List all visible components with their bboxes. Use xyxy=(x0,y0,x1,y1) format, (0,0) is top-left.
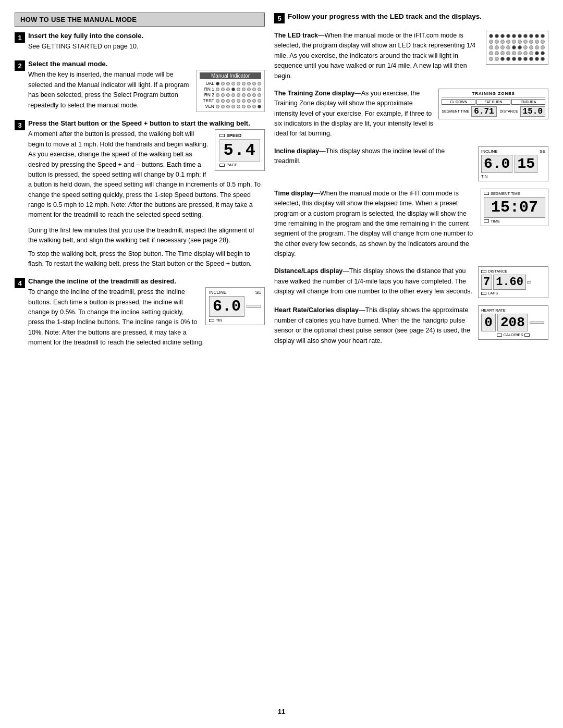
led-dot xyxy=(242,93,246,97)
dlb-digit-mid: 1.60 xyxy=(493,275,526,290)
page: HOW TO USE THE MANUAL MODE 1 Insert the … xyxy=(0,0,563,728)
tz-bottom-row: SEGMENT TIME 6.71 DISTANCE 15.0 xyxy=(442,106,545,117)
heart-rate-text: Heart Rate/Calories display—This display… xyxy=(274,305,473,346)
led-dot xyxy=(523,40,528,44)
stb-bottom-label: TIME xyxy=(484,219,545,224)
led-dot xyxy=(231,93,235,97)
incline-float-box: INCLINE SE 6.0 TIN xyxy=(205,287,265,325)
led-dot xyxy=(529,57,533,61)
step-1-body: See GETTING STARTED on page 10. xyxy=(28,42,265,52)
hrcb-digits-row: 0 208 xyxy=(481,314,545,331)
led-dot xyxy=(500,57,505,61)
training-zone-section: The Training Zone display—As you exercis… xyxy=(274,89,548,139)
led-dot xyxy=(237,105,240,108)
incline-seg-box: INCLINE SE 6.0 15 TIN xyxy=(478,146,548,181)
led-dot xyxy=(506,40,510,44)
tz-seg-label: SEGMENT TIME xyxy=(442,109,469,113)
led-dot xyxy=(258,82,261,85)
led-dot xyxy=(529,40,533,44)
led-dot xyxy=(489,45,493,50)
hrcb-top: HEART RATE xyxy=(481,308,545,313)
incline-digit-display: 6.0 xyxy=(209,296,244,317)
led-dot xyxy=(216,82,219,85)
led-dot xyxy=(506,51,510,55)
dlb-digits-row: 7 1.60 xyxy=(481,275,545,290)
led-dot xyxy=(512,57,516,61)
pace-label-text: PACE xyxy=(226,163,237,167)
led-dot xyxy=(506,45,510,50)
speed-display-box: SPEED 5.4 PACE xyxy=(215,129,265,171)
led-dot xyxy=(518,57,522,61)
led-dot xyxy=(489,40,493,44)
left-column: HOW TO USE THE MANUAL MODE 1 Insert the … xyxy=(15,13,265,701)
led-dot xyxy=(247,88,251,91)
led-dot xyxy=(226,105,230,108)
manual-indicator-box: Manual Indicator UAL xyxy=(196,70,265,112)
hrcb-digit-mid: 208 xyxy=(497,314,528,331)
led-dot xyxy=(500,51,505,55)
step-3-body2: During the first few minutes that you us… xyxy=(28,226,265,246)
time-display-title: Time display xyxy=(274,190,314,197)
step-4-content: Change the incline of the treadmill as d… xyxy=(28,277,265,351)
step-1-content: Insert the key fully into the console. S… xyxy=(28,32,265,55)
led-dot xyxy=(221,99,225,103)
led-dot xyxy=(529,45,533,50)
led-dot xyxy=(506,34,510,38)
step-4-number: 4 xyxy=(15,278,25,288)
led-dot xyxy=(541,51,545,55)
led-dot xyxy=(541,57,545,61)
led-track-text: The LED track—When the manual mode or th… xyxy=(274,31,481,81)
led-dot xyxy=(258,88,261,91)
time-display-text: Time display—When the manual mode or the… xyxy=(274,189,475,260)
led-dot xyxy=(541,40,545,44)
led-row-rn1: RN 1 xyxy=(200,87,261,92)
stb-bottom-icon xyxy=(484,219,489,223)
step-2-body-area: Manual Indicator UAL xyxy=(28,70,265,114)
seg-time-box: SEGMENT TIME 15:07 TIME xyxy=(481,189,548,226)
hrcb-bottom-icon2 xyxy=(524,334,530,337)
distance-laps-img: DISTANCE 7 1.60 LAPS xyxy=(478,266,548,298)
led-dot xyxy=(216,99,219,103)
led-dot xyxy=(518,34,522,38)
incline-display-text: Incline display—This display shows the i… xyxy=(274,146,473,167)
training-zone-display: TRAINING ZONES CL·DOWN FAT·BURN ENDURA S… xyxy=(438,89,548,119)
led-label-rn2: RN 2 xyxy=(200,92,214,97)
led-dot xyxy=(247,105,251,108)
dlb-bottom-icon xyxy=(481,292,486,295)
led-label-ven: VEN xyxy=(200,104,214,109)
led-dot xyxy=(221,82,225,85)
distance-laps-text: Distance/Laps display—This display shows… xyxy=(274,266,473,297)
stb-top-label: SEGMENT TIME xyxy=(484,191,545,196)
tz-zone-cooldown: CL·DOWN xyxy=(442,99,475,105)
led-dot xyxy=(252,88,256,91)
led-dot xyxy=(495,45,499,50)
led-dot xyxy=(535,34,539,38)
tz-header: TRAINING ZONES xyxy=(442,91,545,97)
led-dot xyxy=(541,34,545,38)
led-dot xyxy=(535,57,539,61)
led-dot xyxy=(535,45,539,50)
led-dot xyxy=(489,51,493,55)
led-dot xyxy=(252,105,256,108)
step-3-content: Press the Start button or the Speed + bu… xyxy=(28,119,265,272)
led-dot xyxy=(512,45,516,50)
led-dot xyxy=(252,82,256,85)
step-3-body3: To stop the walking belt, press the Stop… xyxy=(28,249,265,269)
tz-seg-digit: 6.71 xyxy=(471,106,496,117)
distance-laps-section: Distance/Laps display—This display shows… xyxy=(274,266,548,298)
training-zone-text: The Training Zone display—As you exercis… xyxy=(274,89,433,139)
isb-digit2: 15 xyxy=(515,155,537,173)
training-zone-title: The Training Zone display xyxy=(274,90,354,97)
dlb-top-icon xyxy=(481,270,486,273)
led-dot xyxy=(541,45,545,50)
led-dot xyxy=(221,105,225,108)
led-dot xyxy=(226,93,230,97)
stb-top-icon xyxy=(484,192,489,195)
led-dot xyxy=(258,105,261,108)
incline-bottom-icon xyxy=(209,319,214,322)
led-dot xyxy=(221,93,225,97)
led-dot xyxy=(500,34,505,38)
heart-rate-title: Heart Rate/Calories display xyxy=(274,306,359,314)
incline-display-img: INCLINE SE 6.0 15 TIN xyxy=(478,146,548,181)
led-dot xyxy=(535,40,539,44)
